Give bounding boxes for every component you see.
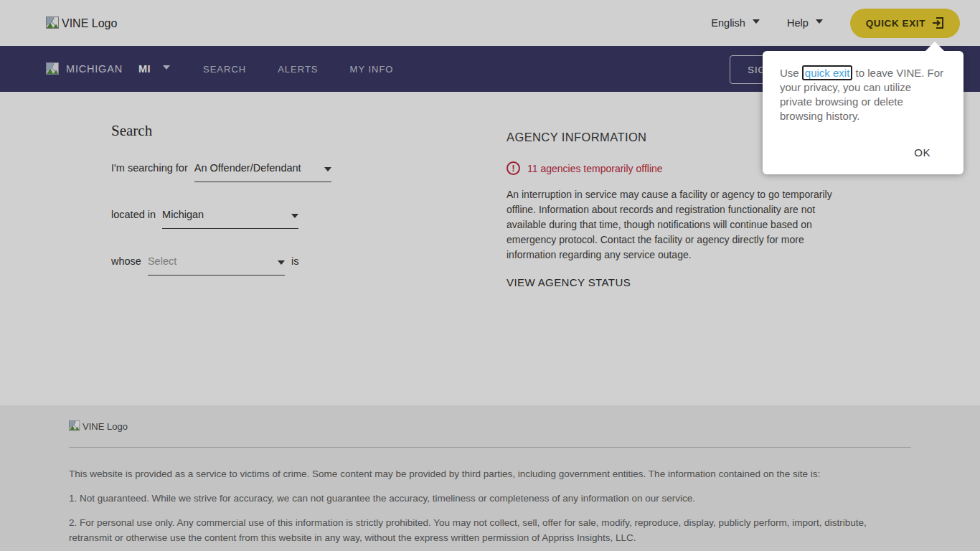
broken-image-icon (69, 420, 81, 432)
help-dropdown[interactable]: Help (787, 17, 823, 29)
chevron-down-icon (291, 214, 298, 218)
chevron-down-icon (816, 19, 823, 24)
language-dropdown[interactable]: English (711, 17, 760, 29)
help-dropdown-label: Help (787, 17, 809, 29)
search-type-row: I'm searching for An Offender/Defendant (111, 162, 348, 182)
agency-offline-text: 11 agencies temporarily offline (527, 163, 663, 174)
state-code-dropdown[interactable]: MI (138, 63, 151, 75)
view-agency-status-link[interactable]: VIEW AGENCY STATUS (507, 276, 631, 288)
page-footer: VINE Logo This website is provided as a … (0, 405, 980, 551)
tooltip-ok-button[interactable]: OK (914, 146, 930, 159)
agency-info-body: An interruption in service may cause a f… (507, 187, 835, 263)
footer-disclaimer-intro: This website is provided as a service to… (69, 467, 911, 482)
criteria-suffix: is (291, 255, 298, 267)
site-logo[interactable]: VINE Logo (46, 17, 117, 30)
tooltip-text-before: Use (780, 67, 802, 79)
footer-logo-alt-text: VINE Logo (83, 421, 128, 432)
search-type-value: An Offender/Defendant (194, 162, 301, 174)
tooltip-arrow (925, 42, 944, 51)
site-logo-alt-text: VINE Logo (62, 17, 117, 30)
quick-exit-button[interactable]: QUICK EXIT (850, 9, 960, 38)
criteria-dropdown[interactable]: Select (148, 255, 285, 276)
quick-exit-label: QUICK EXIT (866, 18, 925, 29)
chevron-down-icon (278, 260, 285, 265)
footer-divider (69, 447, 911, 448)
location-row: located in Michigan (111, 209, 348, 229)
state-name: MICHIGAN (66, 63, 123, 75)
location-value: Michigan (162, 209, 204, 220)
location-label: located in (111, 209, 156, 220)
search-type-label: I'm searching for (111, 162, 188, 174)
state-brand[interactable]: MICHIGAN MI (46, 62, 170, 76)
criteria-placeholder: Select (148, 255, 176, 267)
quick-exit-link[interactable]: quick exit (802, 65, 853, 80)
location-dropdown[interactable]: Michigan (162, 209, 298, 229)
search-type-dropdown[interactable]: An Offender/Defendant (194, 162, 331, 182)
topbar-actions: English Help QUICK EXIT (711, 9, 960, 38)
broken-image-icon (46, 62, 60, 76)
nav-item-alerts[interactable]: ALERTS (278, 64, 318, 75)
broken-image-icon (46, 17, 60, 30)
top-utility-bar: VINE Logo English Help QUICK EXIT (0, 0, 980, 46)
search-title: Search (111, 122, 348, 140)
language-dropdown-label: English (711, 17, 745, 29)
tooltip-text: Use quick exit to leave VINE. For your p… (780, 66, 946, 123)
footer-logo: VINE Logo (69, 420, 911, 432)
nav-item-search[interactable]: SEARCH (203, 64, 246, 75)
nav-links: SEARCH ALERTS MY INFO (203, 64, 393, 75)
criteria-row: whose Select is (111, 255, 348, 276)
chevron-down-icon (753, 19, 760, 24)
nav-item-my-info[interactable]: MY INFO (350, 64, 394, 75)
exit-icon (932, 17, 944, 29)
search-form: Search I'm searching for An Offender/Def… (111, 122, 348, 276)
chevron-down-icon (163, 65, 170, 70)
quick-exit-tooltip: Use quick exit to leave VINE. For your p… (763, 51, 963, 174)
alert-circle-icon: ! (507, 161, 520, 175)
footer-disclaimer-item: 2. For personal use only. Any commercial… (69, 516, 911, 546)
criteria-label: whose (111, 255, 141, 267)
footer-disclaimer-item: 1. Not guaranteed. While we strive for a… (69, 491, 911, 507)
chevron-down-icon (324, 167, 331, 171)
